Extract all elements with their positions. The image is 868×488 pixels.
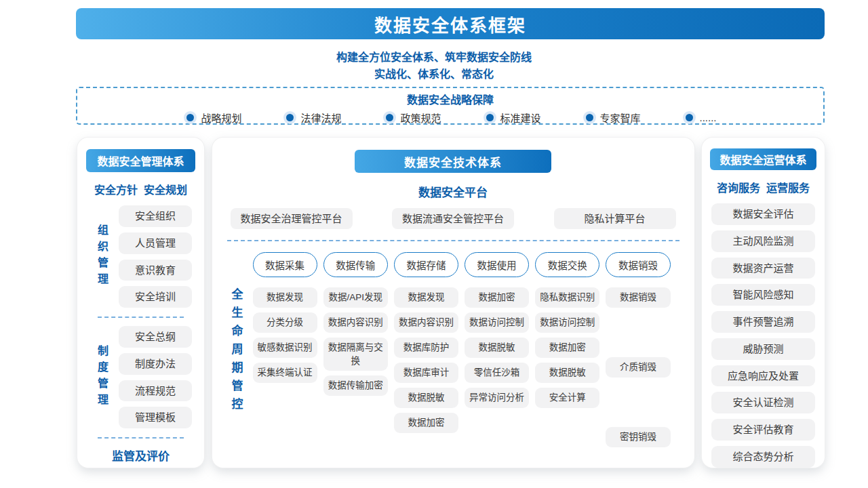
platform-row: 数据安全治理管控平台数据流通安全管控平台隐私计算平台 [231, 208, 676, 229]
stage-item: 数据访问控制 [465, 312, 529, 333]
stage-item: 数据传输加密 [323, 375, 388, 396]
strategy-item-label: 标准建设 [500, 110, 541, 125]
operation-item: 安全认证检测 [711, 392, 815, 413]
operation-item: 威胁预测 [711, 338, 815, 360]
lifecycle-stage-column: 数据传输数据/API发现数据内容识别数据隔离与交换数据传输加密 [323, 252, 388, 447]
stage-item: 数据加密 [535, 338, 599, 358]
operation-system-card: 数据安全运营体系 咨询服务 运营服务 数据安全评估主动风险监测数据资产运营智能风… [702, 138, 825, 468]
operation-subheader: 咨询服务 运营服务 [710, 179, 816, 195]
stage-item: 数据内容识别 [394, 312, 458, 333]
strategy-item: 法律法规 [283, 110, 341, 125]
bullet-icon [186, 114, 194, 121]
supervision-evaluation-label: 监管及评价 [84, 447, 197, 464]
strategy-item: 政策规范 [383, 110, 441, 125]
stage-item: 隐私数据识别 [535, 287, 599, 308]
stage-item: 数据访问控制 [535, 312, 599, 333]
strategy-item: 标准建设 [484, 110, 541, 125]
stage-item: 异常访问分析 [465, 388, 529, 408]
stage-item: 零信任沙箱 [465, 363, 529, 383]
stage-item: 数据库防护 [394, 338, 458, 358]
lifecycle-stage-column: 数据存储数据发现数据内容识别数据库防护数据库审计数据脱敏数据加密 [394, 252, 458, 447]
policy-management-items: 安全总纲制度办法流程规范管理模板 [119, 326, 192, 428]
management-item: 人员管理 [119, 232, 192, 254]
operation-header: 数据安全运营体系 [710, 148, 816, 170]
policy-management-group: 制度管理 安全总纲制度办法流程规范管理模板 [94, 326, 192, 428]
management-item: 流程规范 [119, 380, 192, 402]
strategy-guarantee-box: 数据安全战略保障 战略规划法律法规政策规范标准建设专家智库...... [76, 87, 825, 125]
lifecycle-stage-column: 数据交换隐私数据识别数据访问控制数据加密数据脱敏安全计算 [535, 252, 599, 447]
stage-item: 数据销毁 [606, 287, 670, 308]
strategy-items: 战略规划法律法规政策规范标准建设专家智库...... [77, 110, 823, 125]
subtitle-line-1: 构建全方位安全体系、筑牢数据安全防线 [0, 49, 868, 66]
page-title: 数据安全体系框架 [374, 12, 526, 37]
platform-pill: 数据流通安全管控平台 [392, 208, 514, 229]
title-banner: 数据安全体系框架 [76, 8, 825, 39]
bullet-icon [486, 114, 494, 121]
strategy-item: ...... [683, 112, 717, 123]
stage-item: 密钥销毁 [606, 427, 670, 447]
technology-header: 数据安全技术体系 [355, 150, 551, 173]
strategy-item-label: 法律法规 [300, 110, 341, 125]
subtitle-block: 构建全方位安全体系、筑牢数据安全防线 实战化、体系化、常态化 [0, 49, 868, 83]
management-item: 管理模板 [119, 407, 192, 428]
stage-items: 数据加密数据访问控制数据脱敏零信任沙箱异常访问分析 [465, 287, 529, 447]
operation-item: 智能风险感知 [711, 284, 815, 306]
stage-pill: 数据传输 [323, 252, 388, 277]
stage-item: 数据/API发现 [323, 287, 388, 308]
policy-management-label: 制度管理 [94, 345, 110, 410]
operation-item: 数据资产运营 [711, 258, 815, 279]
management-item: 意识教育 [119, 260, 192, 281]
stage-item: 分类分级 [253, 312, 317, 333]
stage-items: 隐私数据识别数据访问控制数据加密数据脱敏安全计算 [535, 287, 599, 447]
operation-item: 综合态势分析 [711, 446, 815, 468]
operation-item: 安全评估教育 [711, 419, 815, 441]
lifecycle-stage-column: 数据使用数据加密数据访问控制数据脱敏零信任沙箱异常访问分析 [465, 252, 529, 447]
lifecycle-stage-column: 数据销毁数据销毁介质销毁密钥销毁 [606, 252, 670, 447]
platform-pill: 数据安全治理管控平台 [231, 208, 353, 229]
management-item: 安全培训 [119, 286, 192, 308]
strategy-item-label: 政策规范 [400, 110, 441, 125]
stage-item: 数据发现 [253, 287, 317, 308]
operation-item: 主动风险监测 [711, 230, 815, 252]
stage-item: 数据库审计 [394, 363, 458, 383]
framework-columns: 数据安全管理体系 安全方针 安全规划 组织管理 安全组织人员管理意识教育安全培训… [77, 138, 825, 468]
operation-items: 数据安全评估主动风险监测数据资产运营智能风险感知事件预警追溯威胁预测应急响应及处… [711, 203, 815, 468]
stage-item: 数据发现 [394, 287, 458, 308]
lifecycle-section: 全生命周期管控 数据采集数据发现分类分级敏感数据识别采集终端认证数据传输数据/A… [228, 252, 671, 447]
organization-management-items: 安全组织人员管理意识教育安全培训 [119, 205, 192, 308]
organization-management-label: 组织管理 [94, 224, 110, 289]
subtitle-line-2: 实战化、体系化、常态化 [0, 66, 868, 83]
stage-item: 数据脱敏 [535, 363, 599, 383]
stage-pill: 数据采集 [253, 252, 317, 277]
management-system-card: 数据安全管理体系 安全方针 安全规划 组织管理 安全组织人员管理意识教育安全培训… [77, 138, 204, 468]
stage-items: 数据销毁介质销毁密钥销毁 [606, 287, 670, 447]
data-security-framework-diagram: 数据安全体系框架 构建全方位安全体系、筑牢数据安全防线 实战化、体系化、常态化 … [0, 0, 868, 488]
stage-pill: 数据使用 [465, 252, 529, 277]
platform-pill: 隐私计算平台 [554, 208, 676, 229]
bullet-icon [286, 114, 294, 121]
operation-item: 应急响应及处置 [711, 365, 815, 387]
organization-management-group: 组织管理 安全组织人员管理意识教育安全培训 [94, 205, 192, 308]
stage-item: 安全计算 [535, 388, 599, 408]
stage-item: 采集终端认证 [253, 363, 317, 383]
strategy-item-label: 专家智库 [600, 110, 641, 125]
bullet-icon [386, 114, 393, 121]
stage-pill: 数据销毁 [606, 252, 670, 277]
stage-item: 数据内容识别 [323, 312, 388, 333]
dashed-divider [98, 317, 184, 318]
lifecycle-label: 全生命周期管控 [228, 288, 245, 447]
dashed-divider [227, 240, 679, 241]
stage-item: 数据脱敏 [465, 338, 529, 358]
stage-item: 敏感数据识别 [253, 338, 317, 358]
stage-items: 数据/API发现数据内容识别数据隔离与交换数据传输加密 [323, 287, 388, 447]
lifecycle-stage-column: 数据采集数据发现分类分级敏感数据识别采集终端认证 [253, 252, 317, 447]
lifecycle-stages: 数据采集数据发现分类分级敏感数据识别采集终端认证数据传输数据/API发现数据内容… [253, 252, 671, 447]
stage-item: 数据隔离与交换 [323, 338, 388, 371]
management-subheader: 安全方针 安全规划 [84, 181, 197, 197]
platform-title: 数据安全平台 [212, 183, 694, 200]
strategy-item-label: 战略规划 [201, 110, 241, 125]
management-item: 安全总纲 [119, 326, 192, 348]
strategy-item: 专家智库 [583, 110, 641, 125]
stage-item: 介质销毁 [606, 357, 670, 378]
management-item: 制度办法 [119, 353, 192, 375]
